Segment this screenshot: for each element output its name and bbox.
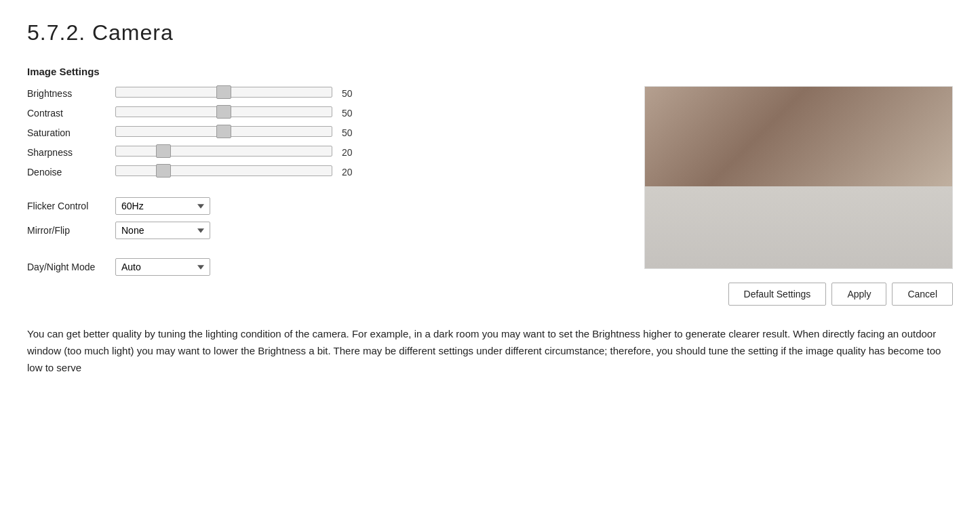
camera-preview <box>644 86 953 269</box>
slider-value-brightness: 50 <box>342 88 362 99</box>
slider-label-saturation: Saturation <box>27 127 115 138</box>
dropdown-select-mirror-flip[interactable]: NoneMirrorFlipBoth <box>115 222 210 239</box>
slider-input-saturation[interactable] <box>115 126 332 137</box>
action-buttons: Default Settings Apply Cancel <box>728 283 953 306</box>
dropdown-label-day-night-mode: Day/Night Mode <box>27 262 115 272</box>
section-title: Image Settings <box>27 66 475 77</box>
cancel-button[interactable]: Cancel <box>892 283 953 306</box>
slider-value-denoise: 20 <box>342 167 362 178</box>
slider-label-denoise: Denoise <box>27 167 115 178</box>
dropdown-select-day-night-mode[interactable]: AutoDayNight <box>115 258 210 276</box>
slider-label-brightness: Brightness <box>27 88 115 99</box>
dropdown-select-flicker-control[interactable]: 50Hz60HzOutdoor <box>115 197 210 215</box>
dropdown-row-flicker-control: Flicker Control50Hz60HzOutdoor <box>27 197 475 215</box>
slider-label-contrast: Contrast <box>27 108 115 119</box>
default-settings-button[interactable]: Default Settings <box>728 283 827 306</box>
slider-value-sharpness: 20 <box>342 147 362 158</box>
slider-row-contrast: Contrast50 <box>27 106 475 119</box>
camera-preview-top <box>645 87 952 186</box>
slider-input-brightness[interactable] <box>115 87 332 98</box>
page-title: 5.7.2. Camera <box>27 20 953 45</box>
apply-button[interactable]: Apply <box>831 283 886 306</box>
slider-value-contrast: 50 <box>342 108 362 119</box>
slider-row-sharpness: Sharpness20 <box>27 146 475 159</box>
description-text: You can get better quality by tuning the… <box>27 326 953 376</box>
slider-row-brightness: Brightness50 <box>27 87 475 100</box>
slider-row-saturation: Saturation50 <box>27 126 475 139</box>
slider-input-sharpness[interactable] <box>115 146 332 157</box>
slider-input-contrast[interactable] <box>115 106 332 117</box>
slider-input-denoise[interactable] <box>115 165 332 176</box>
slider-value-saturation: 50 <box>342 127 362 138</box>
slider-label-sharpness: Sharpness <box>27 147 115 158</box>
dropdown-label-0: Flicker Control <box>27 201 115 211</box>
slider-row-denoise: Denoise20 <box>27 165 475 178</box>
dropdown-label-1: Mirror/Flip <box>27 225 115 236</box>
dropdown-row-mirror-flip: Mirror/FlipNoneMirrorFlipBoth <box>27 222 475 239</box>
camera-preview-bottom <box>645 186 952 268</box>
dropdown-row-day-night-mode: Day/Night ModeAutoDayNight <box>27 258 475 276</box>
